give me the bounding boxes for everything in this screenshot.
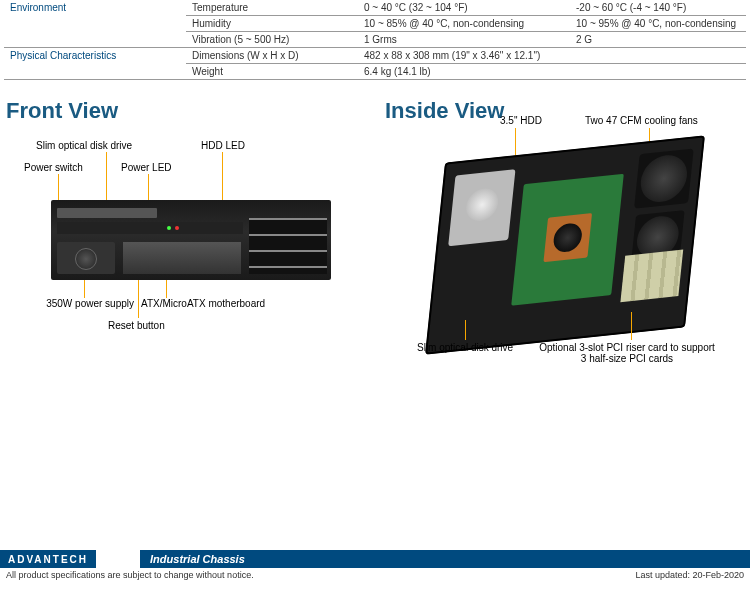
front-view-heading: Front View xyxy=(6,98,365,124)
category-cell: Physical Characteristics xyxy=(4,48,186,80)
brand-logo: ADVANTECH xyxy=(0,550,96,568)
callout-hdd: 3.5" HDD xyxy=(500,115,542,126)
footer-updated: Last updated: 20-Feb-2020 xyxy=(635,570,744,580)
spec-label: Weight xyxy=(186,64,358,80)
callout-reset: Reset button xyxy=(108,320,165,331)
chassis-front-image xyxy=(51,200,331,280)
spec-value: 6.4 kg (14.1 lb) xyxy=(358,64,746,80)
category-cell: Environment xyxy=(4,0,186,48)
spec-value: -20 ~ 60 °C (-4 ~ 140 °F) xyxy=(570,0,746,16)
spec-value: 10 ~ 85% @ 40 °C, non-condensing xyxy=(358,16,570,32)
table-row: Physical Characteristics Dimensions (W x… xyxy=(4,48,746,64)
footer: ADVANTECH Industrial Chassis All product… xyxy=(0,550,750,582)
spec-value: 1 Grms xyxy=(358,32,570,48)
callout-fans: Two 47 CFM cooling fans xyxy=(585,115,698,126)
spec-value: 482 x 88 x 308 mm (19" x 3.46" x 12.1") xyxy=(358,48,746,64)
spec-value: 10 ~ 95% @ 40 °C, non-condensing xyxy=(570,16,746,32)
inside-view-panel: Inside View 3.5" HDD Two 47 CFM cooling … xyxy=(385,80,744,390)
callout-slim-odd: Slim optical disk drive xyxy=(36,140,132,151)
footer-category: Industrial Chassis xyxy=(140,550,750,568)
table-row: Environment Temperature 0 ~ 40 °C (32 ~ … xyxy=(4,0,746,16)
callout-hdd-led: HDD LED xyxy=(201,140,245,151)
chassis-inside-image xyxy=(425,135,705,354)
callout-power-switch: Power switch xyxy=(24,162,83,173)
spec-table: Environment Temperature 0 ~ 40 °C (32 ~ … xyxy=(4,0,746,80)
callout-inside-odd: Slim optical disk drive xyxy=(417,342,513,353)
front-view-panel: Front View Slim optical disk drive HDD L… xyxy=(6,80,365,360)
spec-label: Vibration (5 ~ 500 Hz) xyxy=(186,32,358,48)
callout-mb: ATX/MicroATX motherboard xyxy=(141,298,265,309)
spec-value: 0 ~ 40 °C (32 ~ 104 °F) xyxy=(358,0,570,16)
callout-power-led: Power LED xyxy=(121,162,172,173)
callout-riser: Optional 3-slot PCI riser card to suppor… xyxy=(537,342,717,364)
spec-label: Dimensions (W x H x D) xyxy=(186,48,358,64)
callout-psu: 350W power supply xyxy=(24,298,134,309)
spec-value: 2 G xyxy=(570,32,746,48)
spec-label: Temperature xyxy=(186,0,358,16)
footer-notice: All product specifications are subject t… xyxy=(6,570,254,580)
spec-label: Humidity xyxy=(186,16,358,32)
